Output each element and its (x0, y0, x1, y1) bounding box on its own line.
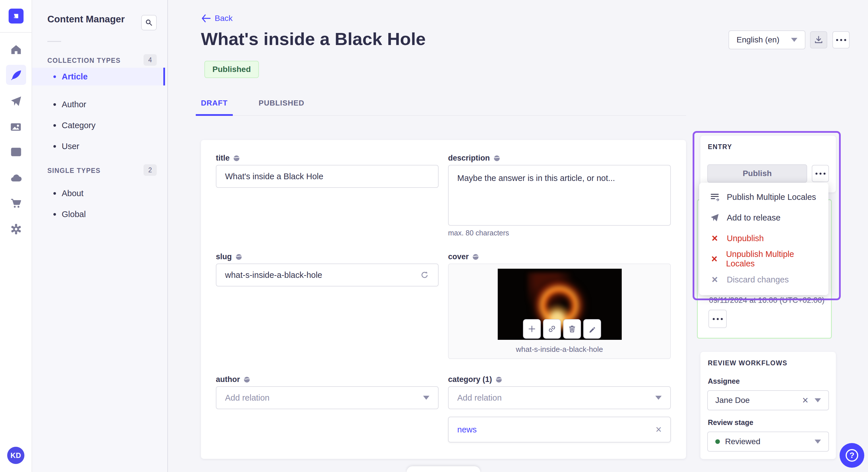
search-button[interactable] (141, 15, 157, 30)
more-dots-icon (840, 39, 842, 41)
scheduled-more-button[interactable] (708, 310, 727, 328)
content-manager-icon[interactable] (6, 65, 26, 85)
download-icon (813, 35, 824, 45)
publish-button[interactable]: Publish (707, 164, 807, 183)
author-placeholder: Add relation (225, 393, 270, 403)
chevron-down-icon (791, 38, 797, 42)
releases-icon[interactable] (8, 93, 24, 109)
delete-asset-button[interactable] (563, 319, 581, 339)
collection-types-count: 4 (144, 54, 157, 66)
back-link[interactable]: Back (201, 14, 232, 23)
sidebar-item-global[interactable]: Global (32, 205, 165, 223)
export-button[interactable] (810, 31, 827, 48)
title-input[interactable]: What's inside a Black Hole (216, 165, 439, 188)
content-type-builder-icon[interactable] (8, 144, 24, 160)
more-dots-icon (717, 318, 719, 320)
globe-icon (493, 155, 500, 162)
label-text: slug (216, 252, 232, 261)
chevron-down-icon (815, 440, 821, 444)
user-avatar[interactable]: KD (7, 447, 24, 464)
slug-input[interactable]: what-s-inside-a-black-hole (216, 264, 439, 286)
page-title: What's inside a Black Hole (201, 29, 426, 49)
collection-types-header: COLLECTION TYPES (48, 57, 121, 65)
locale-select[interactable]: English (en) (728, 30, 805, 49)
entry-panel-header: ENTRY (708, 143, 828, 151)
relation-link[interactable]: news (457, 425, 477, 434)
media-library-icon[interactable] (8, 119, 24, 135)
sidebar-item-about[interactable]: About (32, 184, 165, 202)
bullet-icon (53, 75, 56, 78)
rail-divider (0, 32, 32, 33)
label-text: cover (448, 252, 469, 261)
add-asset-button[interactable] (523, 319, 541, 339)
sidebar-item-label: Article (62, 72, 88, 81)
description-value: Maybe the answer is in this article, or … (457, 173, 615, 183)
description-hint: max. 80 characters (448, 229, 509, 237)
remove-relation-icon[interactable]: × (656, 425, 662, 435)
back-arrow-icon (201, 14, 211, 23)
paper-plane-icon (709, 213, 720, 223)
strapi-logo[interactable] (9, 9, 24, 24)
assignee-value: Jane Doe (715, 396, 750, 405)
stage-status-dot (715, 439, 720, 444)
label-text: description (448, 154, 490, 163)
copy-link-button[interactable] (543, 319, 561, 339)
more-dots-icon (819, 173, 822, 175)
menu-item-add-to-release[interactable]: Add to release (699, 207, 828, 228)
marketplace-icon[interactable] (8, 195, 24, 211)
category-field-label: category (1) (448, 375, 502, 384)
sidebar-item-label: Author (62, 100, 86, 109)
tab-draft[interactable]: DRAFT (196, 95, 233, 116)
pencil-icon (588, 325, 596, 333)
cross-icon: × (709, 254, 720, 264)
sidebar-item-user[interactable]: User (32, 137, 165, 155)
menu-item-label: Unpublish (727, 234, 764, 243)
menu-item-publish-multiple-locales[interactable]: Publish Multiple Locales (699, 187, 828, 207)
bullet-icon (53, 124, 56, 127)
question-mark-icon: ? (846, 449, 858, 462)
trash-icon (568, 325, 577, 333)
sidebar-item-category[interactable]: Category (32, 116, 165, 134)
back-label: Back (215, 14, 232, 23)
link-icon (548, 325, 556, 333)
menu-item-discard-changes[interactable]: × Discard changes (699, 269, 828, 290)
strapi-admin: KD Content Manager COLLECTION TYPES 4 Ar… (0, 0, 868, 472)
review-stage-label: Review stage (708, 418, 753, 427)
label-text: author (216, 375, 240, 384)
label-text: category (1) (448, 375, 492, 384)
entry-more-button[interactable] (812, 165, 829, 182)
category-relation-select[interactable]: Add relation (448, 386, 671, 409)
sidebar-item-article[interactable]: Article (32, 68, 165, 86)
regenerate-icon[interactable] (420, 270, 429, 280)
settings-icon[interactable] (8, 221, 24, 237)
globe-icon (472, 254, 479, 260)
author-relation-select[interactable]: Add relation (216, 386, 439, 409)
title-value: What's inside a Black Hole (225, 172, 323, 181)
menu-item-unpublish[interactable]: × Unpublish (699, 228, 828, 248)
menu-item-unpublish-multiple-locales[interactable]: × Unpublish Multiple Locales (699, 248, 828, 269)
sidebar-item-author[interactable]: Author (32, 96, 165, 113)
edit-asset-button[interactable] (583, 319, 601, 339)
cover-caption: what-s-inside-a-black-hole (448, 345, 671, 354)
tab-published[interactable]: PUBLISHED (259, 95, 304, 115)
assignee-select[interactable]: Jane Doe × (707, 390, 829, 410)
scheduled-date: 09/11/2024 at 16:00 (UTC+02:00) (709, 296, 830, 305)
help-button[interactable]: ? (840, 443, 864, 468)
slug-field-label: slug (216, 252, 242, 261)
home-icon[interactable] (8, 42, 24, 58)
header-more-button[interactable] (832, 31, 849, 48)
review-stage-select[interactable]: Reviewed (707, 432, 829, 452)
cover-field-label: cover (448, 252, 479, 261)
cover-actions (523, 319, 601, 339)
sidebar-item-label: Category (62, 121, 96, 130)
list-plus-icon (709, 192, 720, 202)
bullet-icon (53, 103, 56, 106)
description-field-label: description (448, 154, 500, 163)
review-workflows-header: REVIEW WORKFLOWS (708, 359, 828, 367)
clear-assignee-icon[interactable]: × (802, 395, 808, 405)
slug-value: what-s-inside-a-black-hole (225, 270, 322, 280)
cloud-icon[interactable] (8, 170, 24, 186)
label-text: title (216, 154, 229, 163)
description-textarea[interactable]: Maybe the answer is in this article, or … (448, 165, 671, 226)
category-relation-news[interactable]: news × (448, 417, 671, 442)
